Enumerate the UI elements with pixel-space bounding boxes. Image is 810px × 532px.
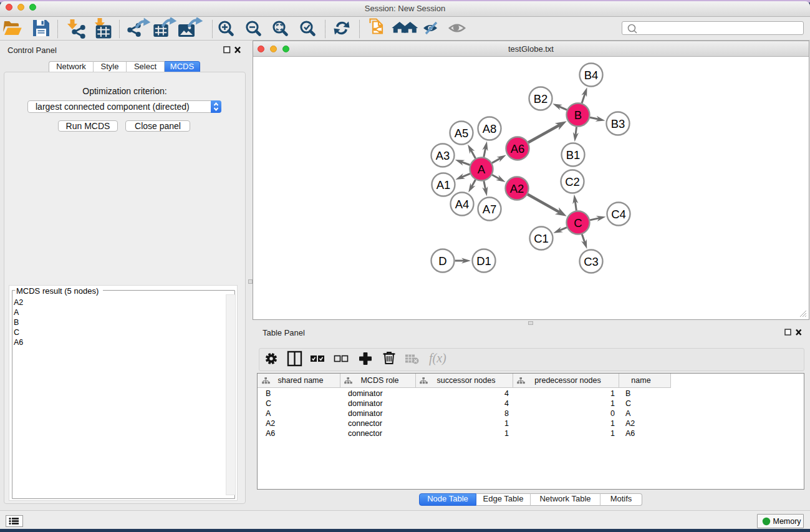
svg-text:C2: C2 (565, 175, 580, 188)
svg-text:A2: A2 (510, 181, 524, 195)
svg-text:C4: C4 (611, 207, 626, 220)
svg-text:B: B (574, 108, 582, 121)
svg-text:C1: C1 (534, 231, 549, 244)
svg-text:B1: B1 (566, 148, 581, 161)
svg-text:A3: A3 (436, 148, 450, 162)
svg-text:C: C (574, 216, 582, 229)
svg-text:C3: C3 (584, 254, 599, 268)
svg-text:D1: D1 (476, 254, 491, 267)
svg-text:A1: A1 (436, 178, 451, 191)
svg-text:A: A (478, 162, 486, 175)
svg-text:A7: A7 (483, 202, 497, 215)
svg-text:D: D (438, 254, 446, 267)
svg-text:A4: A4 (455, 197, 470, 210)
svg-text:A6: A6 (511, 142, 525, 155)
svg-text:B2: B2 (534, 92, 548, 105)
svg-text:B3: B3 (611, 117, 625, 130)
svg-text:A5: A5 (455, 126, 469, 139)
svg-text:B4: B4 (584, 68, 599, 81)
svg-text:A8: A8 (483, 122, 497, 135)
svg-text:f(x): f(x) (429, 351, 446, 365)
